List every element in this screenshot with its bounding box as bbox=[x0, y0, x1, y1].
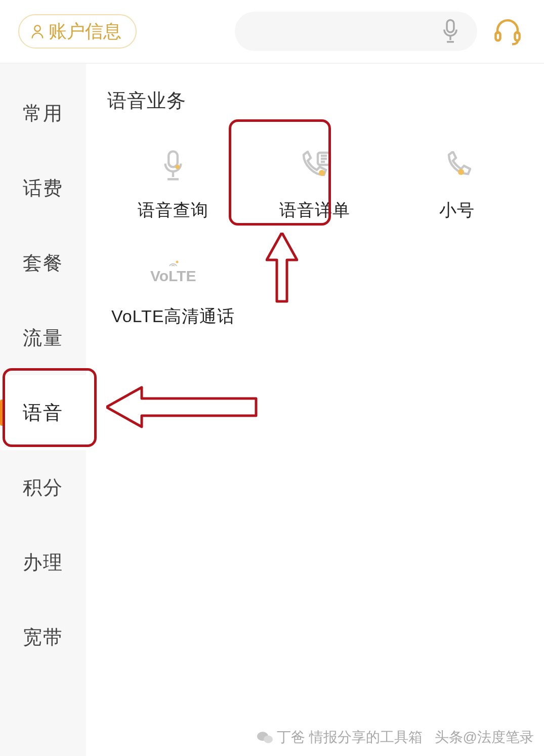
tile-secondary-number[interactable]: 小号 bbox=[386, 142, 528, 228]
content-area: 语音业务 语音查询 bbox=[86, 64, 544, 756]
svg-point-0 bbox=[34, 25, 40, 31]
person-icon bbox=[30, 24, 45, 39]
section-title: 语音业务 bbox=[107, 88, 534, 114]
sidebar-item-balance[interactable]: 话费 bbox=[0, 151, 86, 226]
sidebar-item-label: 语音 bbox=[23, 400, 63, 426]
top-bar: 账户信息 bbox=[0, 0, 544, 64]
account-info-button[interactable]: 账户信息 bbox=[18, 14, 137, 49]
sidebar-item-plan[interactable]: 套餐 bbox=[0, 226, 86, 300]
watermark-wechat: 丁爸 情报分享的工具箱 bbox=[257, 728, 423, 747]
headset-icon bbox=[493, 17, 522, 46]
tile-voice-query[interactable]: 语音查询 bbox=[102, 142, 244, 228]
svg-point-13 bbox=[264, 736, 273, 743]
svg-point-5 bbox=[176, 165, 180, 169]
svg-point-8 bbox=[458, 169, 464, 175]
sidebar-item-label: 积分 bbox=[23, 475, 63, 501]
tile-label: 语音查询 bbox=[138, 199, 208, 222]
sidebar-item-voice[interactable]: 语音 bbox=[0, 375, 86, 450]
svg-rect-4 bbox=[169, 151, 178, 167]
tile-voice-details[interactable]: 语音详单 bbox=[244, 142, 386, 228]
tile-label: VoLTE高清通话 bbox=[111, 305, 235, 328]
sidebar-item-label: 宽带 bbox=[23, 625, 63, 650]
sidebar-item-points[interactable]: 积分 bbox=[0, 450, 86, 525]
tile-volte[interactable]: VoLTE VoLTE高清通话 bbox=[102, 248, 244, 334]
sidebar-item-common[interactable]: 常用 bbox=[0, 76, 86, 151]
sidebar: 常用 话费 套餐 流量 语音 积分 办理 宽带 bbox=[0, 64, 86, 756]
watermark-bar: 丁爸 情报分享的工具箱 头条@法度笔录 bbox=[257, 728, 534, 747]
call-list-icon bbox=[298, 148, 332, 184]
sidebar-item-label: 办理 bbox=[23, 550, 63, 575]
watermark-wechat-text: 丁爸 情报分享的工具箱 bbox=[277, 728, 423, 747]
mic-icon bbox=[440, 18, 461, 45]
svg-point-9 bbox=[176, 261, 179, 263]
sidebar-item-broadband[interactable]: 宽带 bbox=[0, 600, 86, 675]
svg-rect-1 bbox=[447, 20, 454, 32]
tile-grid: 语音查询 语音详单 bbox=[96, 142, 534, 334]
svg-point-7 bbox=[319, 170, 325, 176]
body: 常用 话费 套餐 流量 语音 积分 办理 宽带 语音业务 bbox=[0, 64, 544, 756]
volte-icon: VoLTE bbox=[150, 254, 196, 290]
sidebar-item-data[interactable]: 流量 bbox=[0, 300, 86, 375]
sidebar-item-label: 常用 bbox=[23, 101, 63, 126]
sidebar-item-label: 流量 bbox=[23, 325, 63, 351]
phone-icon bbox=[443, 148, 471, 184]
wechat-icon bbox=[257, 730, 274, 744]
customer-service-button[interactable] bbox=[489, 17, 526, 46]
tile-label: 小号 bbox=[439, 199, 475, 222]
sidebar-item-apply[interactable]: 办理 bbox=[0, 525, 86, 600]
account-info-label: 账户信息 bbox=[49, 19, 121, 44]
sidebar-item-label: 话费 bbox=[23, 175, 63, 201]
watermark-toutiao-text: 头条@法度笔录 bbox=[435, 728, 534, 747]
search-bar[interactable] bbox=[235, 12, 477, 51]
mic-icon bbox=[159, 148, 187, 184]
sidebar-item-label: 套餐 bbox=[23, 250, 63, 276]
tile-label: 语音详单 bbox=[279, 199, 350, 222]
